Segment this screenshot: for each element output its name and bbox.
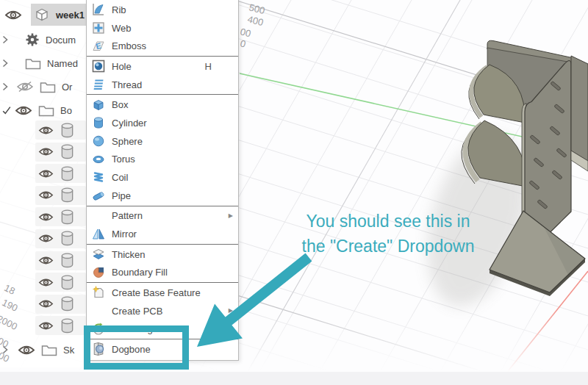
browser-body-row[interactable]	[35, 273, 86, 292]
create-base-feature-icon	[90, 285, 106, 301]
visibility-eye-icon[interactable]	[38, 278, 54, 287]
browser-row-sketches[interactable]: Sk	[0, 339, 86, 360]
menu-item-emboss[interactable]: EEmboss	[87, 37, 238, 56]
browser-body-row[interactable]	[35, 207, 86, 226]
menu-item-label: Coil	[112, 172, 128, 183]
menu-item-pattern[interactable]: Pattern▶	[87, 207, 238, 226]
expand-chevron-icon[interactable]	[1, 58, 12, 68]
visibility-eye-icon[interactable]	[38, 126, 54, 135]
menu-item-cylinder[interactable]: Cylinder	[87, 114, 238, 132]
rib-icon	[90, 2, 106, 18]
menu-item-create-pcb[interactable]: Create PCB▶	[87, 302, 238, 320]
thicken-icon	[90, 247, 106, 262]
menu-item-label: Boundary Fill	[112, 267, 168, 278]
browser-row-root-component[interactable]: week1	[0, 3, 86, 26]
shortcut-key: H	[205, 61, 212, 72]
checkmark-icon	[1, 104, 12, 116]
menu-item-mirror[interactable]: Mirror	[87, 225, 238, 243]
torus-icon	[90, 151, 106, 167]
menu-item-thread[interactable]: Thread	[87, 76, 238, 94]
annotation-line-2: the "Create" Dropdown	[289, 234, 487, 259]
body-cylinder-icon	[60, 295, 75, 312]
visibility-eye-icon[interactable]	[38, 321, 54, 331]
browser-row-document-settings[interactable]: Docum	[0, 29, 86, 50]
menu-item-label: Dogbone	[112, 344, 151, 355]
menu-item-web[interactable]: Web	[87, 19, 238, 37]
menu-item-label: Web	[112, 23, 132, 34]
create-menu: RibWebEEmbossHoleHThreadBoxCylinderSpher…	[86, 0, 239, 361]
body-cylinder-icon	[60, 209, 75, 226]
visibility-eye-icon[interactable]	[38, 212, 54, 222]
app-window: 500 400 00 0	[0, 0, 588, 385]
menu-item-label: Hole	[112, 61, 132, 72]
browser-body-row[interactable]	[35, 316, 86, 335]
menu-item-create-base-feature[interactable]: Create Base Feature	[87, 284, 238, 302]
menu-item-coil[interactable]: Coil	[87, 168, 238, 187]
folder-icon	[25, 57, 41, 70]
menu-item-pipe[interactable]: Pipe	[87, 187, 238, 205]
row-label: Sk	[63, 345, 74, 356]
menu-item-label: Pattern	[112, 210, 143, 221]
browser-body-row[interactable]	[35, 295, 86, 314]
visibility-eye-icon[interactable]	[4, 10, 22, 21]
menu-item-hole[interactable]: HoleH	[87, 57, 238, 76]
model-3d[interactable]	[409, 40, 588, 317]
selected-row-highlight[interactable]: week1	[31, 4, 86, 26]
browser-body-row[interactable]	[35, 251, 86, 270]
menu-item-box[interactable]: Box	[87, 96, 238, 114]
visibility-eye-icon[interactable]	[15, 105, 32, 116]
row-label: Docum	[46, 35, 76, 46]
browser-row-origin[interactable]: Or	[0, 76, 86, 97]
boundary-fill-icon	[90, 265, 106, 280]
menu-item-label: Box	[112, 99, 128, 110]
menu-item-boundary-fill[interactable]: Boundary Fill	[87, 264, 238, 282]
menu-item-torus[interactable]: Torus	[87, 151, 238, 169]
hole-icon	[90, 59, 106, 74]
body-cylinder-icon	[60, 230, 75, 247]
visibility-eye-icon[interactable]	[38, 299, 54, 309]
emboss-icon: E	[90, 38, 106, 54]
browser-panel: week1 Docum Named	[0, 0, 86, 367]
browser-body-row[interactable]	[35, 164, 86, 183]
browser-body-row[interactable]	[35, 229, 86, 248]
menu-item-label: Create PCB	[112, 306, 162, 317]
body-cylinder-icon	[60, 143, 75, 160]
visibility-eye-off-icon[interactable]	[16, 81, 34, 93]
menu-item-label: Mirror	[112, 229, 137, 240]
row-label: Or	[62, 82, 72, 93]
pipe-icon	[90, 188, 106, 204]
expand-chevron-icon[interactable]	[1, 345, 12, 355]
menu-item-label: Emboss	[112, 40, 146, 51]
visibility-eye-icon[interactable]	[38, 169, 54, 179]
browser-row-bodies[interactable]: Bo	[0, 100, 86, 120]
folder-icon	[40, 81, 56, 93]
expand-chevron-icon[interactable]	[1, 82, 12, 92]
menu-item-sphere[interactable]: Sphere	[87, 132, 238, 151]
browser-row-named-views[interactable]: Named	[0, 53, 86, 73]
visibility-eye-icon[interactable]	[38, 256, 54, 265]
thread-icon	[90, 77, 106, 93]
expand-chevron-icon[interactable]	[1, 35, 12, 45]
annotation-line-1: You should see this in	[289, 209, 487, 234]
row-label: Bo	[60, 105, 72, 116]
menu-item-dogbone[interactable]: Dogbone	[87, 340, 238, 359]
visibility-eye-icon[interactable]	[38, 190, 54, 200]
body-cylinder-icon	[60, 187, 75, 204]
browser-body-row[interactable]	[35, 120, 86, 140]
visibility-eye-icon[interactable]	[38, 147, 54, 156]
row-label: Named	[47, 58, 78, 69]
body-cylinder-icon	[60, 317, 75, 334]
visibility-eye-icon[interactable]	[38, 234, 54, 243]
coil-icon	[90, 170, 106, 185]
root-component-label: week1	[56, 10, 85, 21]
browser-body-row[interactable]	[35, 143, 86, 162]
no-icon	[90, 208, 106, 223]
menu-item-thicken[interactable]: Thicken	[87, 245, 238, 264]
submenu-arrow-icon: ▶	[229, 213, 233, 219]
browser-body-row[interactable]	[35, 186, 86, 205]
visibility-eye-icon[interactable]	[18, 345, 35, 356]
menu-item-joint-origin[interactable]: Joint Origin	[87, 320, 238, 339]
dogbone-icon	[90, 342, 106, 357]
menu-item-rib[interactable]: Rib	[87, 1, 238, 19]
menu-item-label: Thicken	[112, 249, 146, 260]
